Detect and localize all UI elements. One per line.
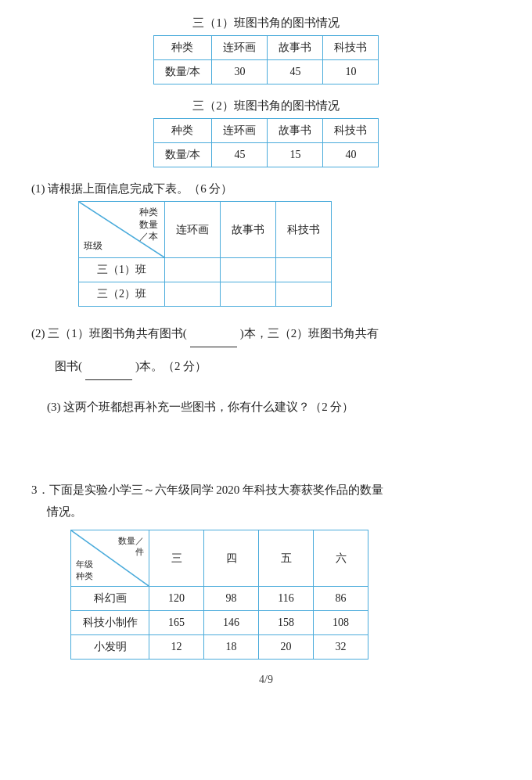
q2-label-part1: (2) 三（1）班图书角共有图书( xyxy=(31,327,187,340)
q1-diagonal-cell: 种类数量／本 班级 xyxy=(79,202,165,258)
q2-section: (2) 三（1）班图书角共有图书( )本，三（2）班图书角共有 图书( )本。（… xyxy=(31,321,501,380)
table1-val0: 30 xyxy=(212,60,268,84)
table3-diag-bottom-label: 年级种类 xyxy=(76,559,93,581)
q2-label-part3: 图书( xyxy=(55,360,82,372)
table3-row2-val3: 32 xyxy=(314,635,368,660)
table1-val1: 45 xyxy=(268,60,323,84)
table3-col2: 四 xyxy=(204,530,259,587)
table2-col2: 故事书 xyxy=(268,119,323,143)
table3: 数量／件 年级种类 三 四 五 六 科幻画 120 98 116 86 科技小制… xyxy=(70,530,368,660)
table3-row2-label: 小发明 xyxy=(71,635,149,660)
table1-data-row: 数量/本 30 45 10 xyxy=(153,60,379,84)
table3-row2-val2: 20 xyxy=(259,635,314,660)
table3-row1-val3: 108 xyxy=(314,611,368,635)
table2-title: 三（2）班图书角的图书情况 xyxy=(31,99,501,113)
table3-row0: 科幻画 120 98 116 86 xyxy=(71,587,368,611)
q1-table: 种类数量／本 班级 连环画 故事书 科技书 三（1）班 三（2）班 xyxy=(78,201,332,307)
q1-section: (1) 请根据上面信息完成下表。（6 分） 种类数量／本 班级 连环画 故事书 … xyxy=(31,182,501,307)
table2-val0: 45 xyxy=(212,143,268,167)
q2-label-part4: )本。（2 分） xyxy=(135,360,207,372)
table2-row-label: 数量/本 xyxy=(153,143,212,167)
table1-val2: 10 xyxy=(323,60,379,84)
table3-row0-val0: 120 xyxy=(149,587,204,611)
q1-col2: 故事书 xyxy=(221,202,276,258)
table2-data-row: 数量/本 45 15 40 xyxy=(153,143,379,167)
q1-row2-val1 xyxy=(165,282,221,307)
q1-row2-label: 三（2）班 xyxy=(79,282,165,307)
table2: 种类 连环画 故事书 科技书 数量/本 45 15 40 xyxy=(153,118,379,167)
table1-header-row: 种类 连环画 故事书 科技书 xyxy=(153,36,379,60)
q1-row1-val2 xyxy=(221,258,276,282)
q1-col3: 科技书 xyxy=(276,202,332,258)
q1-row1: 三（1）班 xyxy=(79,258,332,282)
table3-row2: 小发明 12 18 20 32 xyxy=(71,635,368,660)
table3-row2-val1: 18 xyxy=(204,635,259,660)
table3-row0-val3: 86 xyxy=(314,587,368,611)
q1-diag-bottom-label: 班级 xyxy=(84,240,102,253)
q1-col1: 连环画 xyxy=(165,202,221,258)
table2-header-row: 种类 连环画 故事书 科技书 xyxy=(153,119,379,143)
table1: 种类 连环画 故事书 科技书 数量/本 30 45 10 xyxy=(153,35,379,84)
q1-diag-top-label: 种类数量／本 xyxy=(139,207,158,243)
table3-row0-label: 科幻画 xyxy=(71,587,149,611)
table1-col1: 连环画 xyxy=(212,36,268,60)
table3-col1: 三 xyxy=(149,530,204,587)
table3-diag-top-label: 数量／件 xyxy=(118,535,144,558)
table3-col4: 六 xyxy=(314,530,368,587)
main-q3-label: 3．下面是实验小学三～六年级同学 2020 年科技大赛获奖作品的数量 xyxy=(31,478,501,501)
table3-row0-val2: 116 xyxy=(259,587,314,611)
table2-col1: 连环画 xyxy=(212,119,268,143)
q3-body: (3) 这两个班都想再补充一些图书，你有什么建议？（2 分） xyxy=(31,394,501,420)
table3-row1-label: 科技小制作 xyxy=(71,611,149,635)
table2-section: 三（2）班图书角的图书情况 种类 连环画 故事书 科技书 数量/本 45 15 … xyxy=(31,99,501,167)
main-q3-text1: 3．下面是实验小学三～六年级同学 2020 年科技大赛获奖作品的数量 xyxy=(31,483,383,496)
table3-row1: 科技小制作 165 146 158 108 xyxy=(71,611,368,635)
main-q3-section: 3．下面是实验小学三～六年级同学 2020 年科技大赛获奖作品的数量 情况。 数… xyxy=(31,478,501,660)
q2-label-part2: )本，三（2）班图书角共有 xyxy=(240,327,379,340)
table3-col3: 五 xyxy=(259,530,314,587)
table1-col3: 科技书 xyxy=(323,36,379,60)
table2-col0: 种类 xyxy=(153,119,212,143)
q1-row2-val3 xyxy=(276,282,332,307)
table2-val1: 15 xyxy=(268,143,323,167)
q2-blank2[interactable] xyxy=(85,354,132,380)
table3-row1-val1: 146 xyxy=(204,611,259,635)
table1-row-label: 数量/本 xyxy=(153,60,212,84)
table2-col3: 科技书 xyxy=(323,119,379,143)
q3-label: (3) 这两个班都想再补充一些图书，你有什么建议？（2 分） xyxy=(47,401,354,413)
table1-section: 三（1）班图书角的图书情况 种类 连环画 故事书 科技书 数量/本 30 45 … xyxy=(31,16,501,84)
q1-row1-val3 xyxy=(276,258,332,282)
main-q3-label2: 情况。 xyxy=(31,500,501,523)
q1-row2: 三（2）班 xyxy=(79,282,332,307)
q1-header-row: 种类数量／本 班级 连环画 故事书 科技书 xyxy=(79,202,332,258)
table1-title: 三（1）班图书角的图书情况 xyxy=(31,16,501,31)
table3-row0-val1: 98 xyxy=(204,587,259,611)
q2-blank1[interactable] xyxy=(190,321,237,347)
main-q3-text2: 情况。 xyxy=(47,505,82,518)
q2-body2: 图书( )本。（2 分） xyxy=(31,354,501,380)
q2-body: (2) 三（1）班图书角共有图书( )本，三（2）班图书角共有 xyxy=(31,321,501,347)
table3-row2-val0: 12 xyxy=(149,635,204,660)
table2-val2: 40 xyxy=(323,143,379,167)
table3-diagonal-cell: 数量／件 年级种类 xyxy=(71,530,149,587)
q1-label: (1) 请根据上面信息完成下表。（6 分） xyxy=(31,182,501,196)
table3-header-row: 数量／件 年级种类 三 四 五 六 xyxy=(71,530,368,587)
table1-col2: 故事书 xyxy=(268,36,323,60)
table1-col0: 种类 xyxy=(153,36,212,60)
table3-row1-val0: 165 xyxy=(149,611,204,635)
q3-section: (3) 这两个班都想再补充一些图书，你有什么建议？（2 分） xyxy=(31,394,501,464)
q1-row1-val1 xyxy=(165,258,221,282)
page-number: 4/9 xyxy=(31,674,501,686)
q1-row1-label: 三（1）班 xyxy=(79,258,165,282)
table3-row1-val2: 158 xyxy=(259,611,314,635)
q1-row2-val2 xyxy=(221,282,276,307)
